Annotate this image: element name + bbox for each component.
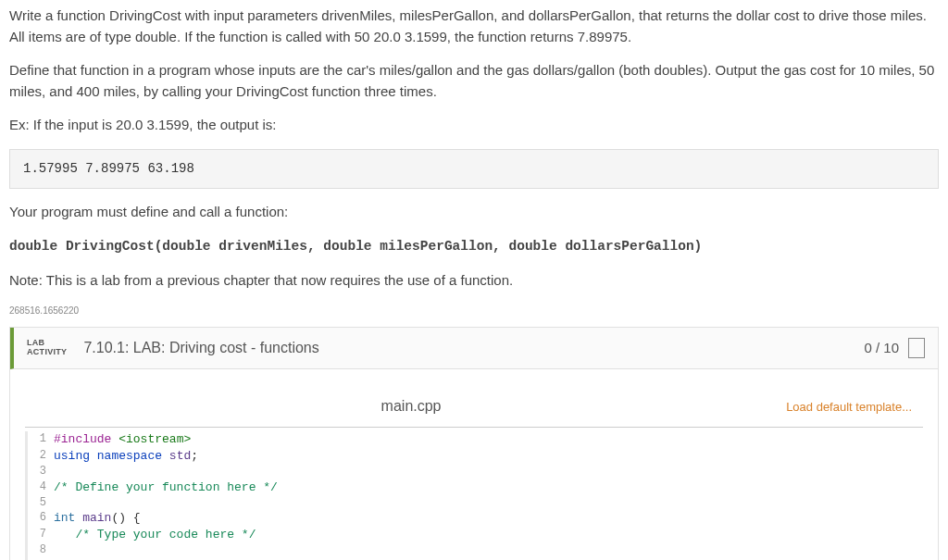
editor-line[interactable]: 3 [28,464,923,479]
score-box-icon [908,338,925,358]
editor-line[interactable]: 4/* Define your function here */ [28,479,923,496]
editor-line[interactable]: 2using namespace std; [28,448,923,465]
paragraph-3: Ex: If the input is 20.0 3.1599, the out… [9,115,939,136]
paragraph-4: Your program must define and call a func… [9,202,939,223]
code-content[interactable]: /* Define your function here */ [54,479,278,496]
filename-label: main.cpp [36,395,786,417]
paragraph-5: Note: This is a lab from a previous chap… [9,270,939,292]
code-content[interactable]: using namespace std; [54,448,198,465]
code-content[interactable]: int main() { [54,510,141,527]
line-number: 7 [28,527,54,543]
lab-label: LAB ACTIVITY [27,339,67,357]
code-content[interactable]: /* Type your code here */ [54,527,256,543]
line-number: 3 [28,464,54,479]
line-number: 5 [28,495,54,510]
editor-line[interactable]: 5 [28,495,923,510]
line-number: 1 [28,431,54,448]
line-number: 8 [28,542,54,557]
load-default-template-link[interactable]: Load default template... [786,398,912,417]
lab-activity-box: LAB ACTIVITY 7.10.1: LAB: Driving cost -… [9,327,939,560]
line-number: 6 [28,510,54,527]
paragraph-1: Write a function DrivingCost with input … [9,6,939,47]
instructions: Write a function DrivingCost with input … [9,6,939,317]
editor-line[interactable]: 8 [28,542,923,557]
line-number: 4 [28,479,54,496]
example-output: 1.57995 7.89975 63.198 [9,149,939,189]
activity-score: 0 / 10 [864,338,899,359]
editor-line[interactable]: 6int main() { [28,510,923,527]
function-signature: double DrivingCost(double drivenMiles, d… [9,239,702,254]
line-number: 2 [28,448,54,465]
code-content[interactable]: #include <iostream> [54,431,191,448]
editor-line[interactable]: 1#include <iostream> [28,431,923,448]
reference-id: 268516.1656220 [9,304,939,317]
activity-header: LAB ACTIVITY 7.10.1: LAB: Driving cost -… [10,328,938,369]
activity-body: main.cpp Load default template... 1#incl… [10,369,938,560]
paragraph-2: Define that function in a program whose … [9,60,939,102]
file-bar: main.cpp Load default template... [25,388,923,428]
code-editor[interactable]: 1#include <iostream>2using namespace std… [25,431,923,560]
editor-line[interactable]: 7 /* Type your code here */ [28,527,923,543]
lab-label-line2: ACTIVITY [27,348,67,357]
activity-title: 7.10.1: LAB: Driving cost - functions [83,337,864,359]
